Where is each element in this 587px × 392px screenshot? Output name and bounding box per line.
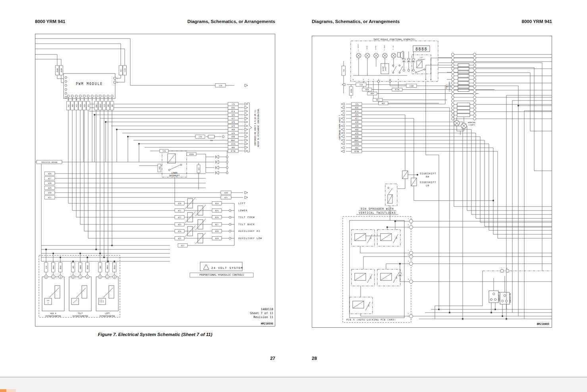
svg-text:ENDBEAM LH: ENDBEAM LH [498,292,500,301]
svg-text:9: 9 [398,79,399,81]
svg-text:Revision 11: Revision 11 [253,315,273,319]
svg-text:422: 422 [75,104,77,107]
svg-text:INTERRUPT: INTERRUPT [169,174,180,177]
svg-text:REFER TO ATTACHMENT CONFIGURAT: REFER TO ATTACHMENT CONFIGURATION. [257,108,259,147]
svg-text:8888: 8888 [415,47,427,51]
svg-text:12: 12 [68,99,69,100]
svg-text:2: 2 [408,313,409,315]
svg-text:LIGHTS: LIGHTS [469,124,475,126]
svg-text:423: 423 [178,224,182,226]
svg-text:874: 874 [355,110,359,112]
svg-text:HM210595: HM210595 [261,322,273,325]
svg-text:3: 3 [408,261,409,262]
svg-text:ECH SPREADER WITH: ECH SPREADER WITH [361,207,394,210]
svg-text:CONTINUED ON SHEET 8,9,10 OR 1: CONTINUED ON SHEET 8,9,10 OR 11. [254,109,256,146]
svg-text:468: 468 [71,104,73,107]
svg-text:LIFT: LIFT [420,57,423,58]
taskbar-fragment-icon [0,389,6,392]
left-page-header: 8000 YRM 941 Diagrams, Schematics, or Ar… [35,19,275,24]
svg-text:428: 428 [232,121,235,123]
svg-text:LH: LH [426,184,429,187]
svg-text:405B: 405B [87,265,89,269]
svg-text:420: 420 [355,132,359,134]
svg-text:15A: 15A [210,139,213,141]
svg-text:LOWER: LOWER [171,172,178,174]
svg-text:838: 838 [232,136,235,138]
svg-text:836: 836 [232,107,235,109]
svg-text:836: 836 [355,107,359,109]
svg-text:427: 427 [355,118,359,120]
svg-text:459: 459 [365,89,369,91]
doc-number-right: 8000 YRM 941 [521,19,552,24]
svg-text:6: 6 [408,254,409,256]
svg-text:K3: K3 [396,237,398,239]
svg-text:875A: 875A [395,89,399,91]
svg-text:TWIST MODULE (FUNCTIONAL SCHEM: TWIST MODULE (FUNCTIONAL SCHEMATIC) [373,38,415,41]
svg-text:453B: 453B [60,68,62,72]
svg-text:7: 7 [425,79,427,81]
svg-text:466: 466 [355,147,359,149]
svg-text:(FUSE CARD): (FUSE CARD) [448,81,450,92]
svg-text:0: 0 [48,302,48,304]
svg-text:421: 421 [178,210,182,212]
svg-text:425: 425 [87,104,89,107]
svg-text:PCB 5 (AUTO-LOCKING PCB CARD): PCB 5 (AUTO-LOCKING PCB CARD) [346,319,396,321]
svg-text:LOGIC: LOGIC [385,67,386,71]
svg-text:431: 431 [224,197,228,199]
svg-text:410: 410 [103,104,105,107]
svg-text:1: 1 [408,218,409,220]
svg-text:POTENTIOMETER: POTENTIOMETER [99,315,115,317]
section-title-left: Diagrams, Schematics, or Arrangements [187,19,275,24]
svg-text:110: 110 [219,85,222,87]
svg-text:10: 10 [75,99,77,100]
svg-text:5: 5 [96,99,97,100]
svg-text:874: 874 [232,110,235,112]
svg-text:LOWER: LOWER [238,209,247,212]
svg-text:LIFT: LIFT [238,202,245,205]
svg-text:827: 827 [215,224,219,226]
svg-text:427: 427 [48,178,52,180]
svg-text:110: 110 [359,84,363,86]
svg-text:804C: 804C [354,139,359,141]
svg-text:423: 423 [79,104,81,107]
svg-text:TILT BACK: TILT BACK [238,223,255,226]
svg-text:406A: 406A [106,265,108,269]
svg-text:825: 825 [215,210,219,212]
svg-text:408: 408 [99,266,101,269]
svg-text:424: 424 [178,230,182,232]
svg-text:426: 426 [232,114,235,116]
pdf-viewer: 8000 YRM 941 Diagrams, Schematics, or Ar… [0,0,587,392]
svg-text:LIFT: LIFT [105,312,110,315]
svg-text:875B: 875B [231,150,235,152]
svg-text:7: 7 [88,99,89,100]
svg-text:AUXILIARY LOW: AUXILIARY LOW [238,237,262,239]
svg-text:PWM MODULE: PWM MODULE [76,82,103,86]
svg-text:409: 409 [107,104,109,107]
svg-text:AUX 0: AUX 0 [50,312,56,315]
svg-text:INTERRUPT: INTERRUPT [418,59,426,60]
svg-text:5: 5 [353,79,354,81]
svg-text:420: 420 [232,132,235,134]
svg-text:426: 426 [48,173,52,175]
svg-text:8: 8 [84,99,85,100]
svg-text:422: 422 [178,216,182,218]
svg-text:VERTICAL TWISTLOCKS: VERTICAL TWISTLOCKS [359,211,396,214]
svg-text:428: 428 [48,182,52,184]
svg-text:461: 461 [376,99,380,101]
svg-text:826: 826 [215,216,219,218]
svg-text:824: 824 [215,203,219,205]
svg-text:405C: 405C [60,265,62,269]
svg-text:460: 460 [371,93,374,95]
svg-text:432A: 432A [354,143,359,145]
svg-text:4: 4 [408,278,409,280]
svg-text:K2: K2 [370,276,372,278]
schematic-sheet-8: TWIST MODULE (FUNCTIONAL SCHEMATIC)L/L I… [312,36,552,328]
schematic-sheet-7: 454B453B821112APWM MODULE121211109876543… [35,34,275,326]
svg-text:725: 725 [232,103,235,105]
svg-text:457: 457 [68,104,70,107]
svg-text:453: 453 [158,166,160,170]
svg-text:SIDESHIFT: SIDESHIFT [420,181,436,183]
page-number-28: 28 [312,356,317,361]
svg-text:6: 6 [92,99,93,100]
svg-text:429: 429 [48,187,52,189]
